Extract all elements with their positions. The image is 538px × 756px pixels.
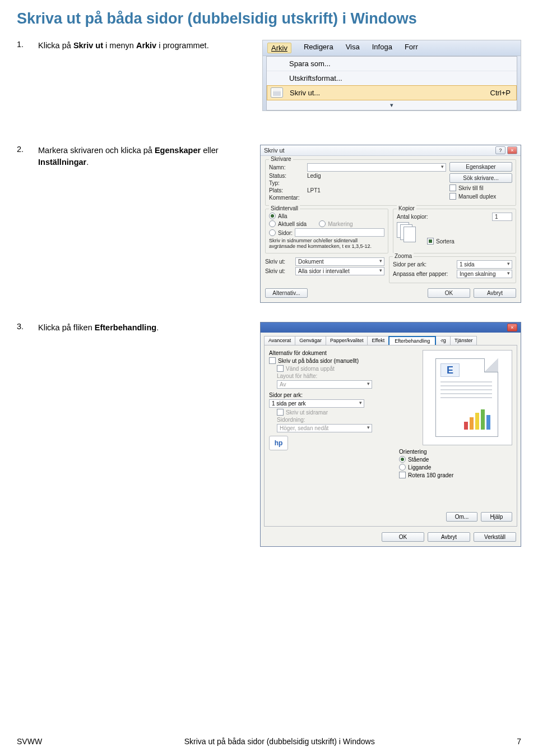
fig2-print-dialog: Skriv ut ? × Skrivare Namn: Status:Ledig…: [260, 145, 521, 303]
skrivut-select[interactable]: Dokument: [295, 257, 384, 266]
lbl-kommentar: Kommentar:: [269, 195, 305, 201]
tab-papper[interactable]: Papper/kvalitet: [326, 336, 368, 345]
tabs: Avancerat Genvägar Papper/kvalitet Effek…: [261, 333, 521, 345]
step1-text: Klicka på Skriv ut i menyn Arkiv i progr…: [38, 40, 251, 52]
lbl-skrivut2: Skriv ut:: [265, 268, 293, 274]
radio-aktuell-sida[interactable]: Aktuell sida: [269, 220, 307, 227]
group-kopior: Kopior: [397, 205, 416, 211]
menu-redigera[interactable]: Redigera: [304, 43, 333, 53]
avbryt-button[interactable]: Avbryt: [428, 532, 470, 542]
collate-icon: [397, 222, 421, 245]
tab-effekt[interactable]: Effekt: [367, 336, 389, 345]
val-status: Ledig: [307, 173, 321, 179]
preview-letter: E: [440, 363, 460, 377]
radio-liggande[interactable]: Liggande: [399, 464, 431, 471]
page-preview: E: [423, 350, 512, 445]
radio-sidor[interactable]: Sidor:: [269, 229, 293, 236]
menuitem-utskriftsformat[interactable]: Utskriftsformat...: [267, 71, 517, 85]
skrivut2-select[interactable]: Alla sidor i intervallet: [295, 267, 384, 275]
lbl-sidor-per-ark: Sidor per ark:: [393, 261, 454, 268]
vand-checkbox: Vänd sidorna uppåt: [277, 365, 335, 372]
layout-select: Av: [277, 380, 372, 389]
menu-arkiv[interactable]: Arkiv: [267, 43, 291, 53]
lbl-anpassa: Anpassa efter papper:: [393, 271, 454, 277]
step3-text: Klicka på fliken Efterbehandling.: [38, 322, 251, 334]
shortcut-label: Ctrl+P: [490, 89, 511, 97]
lbl-sidordning: Sidordning:: [277, 417, 305, 423]
sidordning-select: Höger, sedan nedåt: [277, 424, 372, 432]
hjalp-button[interactable]: Hjälp: [481, 512, 512, 522]
close-button[interactable]: ×: [507, 324, 517, 331]
fig1-menu: Arkiv Redigera Visa Infoga Forr Spara so…: [262, 40, 521, 111]
verkstall-button[interactable]: Verkställ: [474, 532, 516, 542]
rotera-checkbox[interactable]: Rotera 180 grader: [399, 472, 453, 478]
step3-number: 3.: [17, 322, 38, 331]
lbl-skrivut1: Skriv ut:: [265, 259, 293, 265]
arkiv-dropdown: Spara som... Utskriftsformat... Skriv ut…: [266, 56, 517, 110]
menu-infoga[interactable]: Infoga: [372, 43, 392, 53]
footer-page-number: 7: [517, 737, 521, 746]
grp-alternativ: Alternativ för dokument: [269, 350, 393, 356]
fig3-properties-dialog: × Avancerat Genvägar Papper/kvalitet Eff…: [260, 322, 521, 547]
dialog-title: Skriv ut: [264, 147, 285, 154]
help-button[interactable]: ?: [495, 146, 505, 154]
anpassa-select[interactable]: Ingen skalning: [457, 270, 512, 278]
radio-staende[interactable]: Stående: [399, 456, 429, 463]
alternativ-button[interactable]: Alternativ...: [265, 288, 308, 298]
tab-avancerat[interactable]: Avancerat: [264, 336, 295, 345]
lbl-sidor-per-ark: Sidor per ark:: [269, 392, 303, 398]
menubar: Arkiv Redigera Visa Infoga Forr: [263, 40, 521, 56]
sidramar-checkbox: Skriv ut sidramar: [277, 409, 328, 416]
page-title: Skriva ut på båda sidor (dubbelsidig uts…: [17, 10, 521, 27]
step1-number: 1.: [17, 40, 38, 49]
close-button[interactable]: ×: [507, 146, 517, 154]
bada-sidor-checkbox[interactable]: Skriv ut på båda sidor (manuellt): [269, 357, 359, 364]
sidor-input[interactable]: [295, 228, 384, 237]
page-footer: SVWW Skriva ut på båda sidor (dubbelsidi…: [17, 737, 521, 746]
tab-efterbehandling[interactable]: Efterbehandling: [388, 336, 436, 345]
preview-bars-icon: [464, 408, 495, 430]
lbl-status: Status:: [269, 173, 305, 179]
printer-icon: [271, 87, 283, 98]
sidor-hint: Skriv in sidnummer och/eller sidinterval…: [269, 238, 384, 250]
lbl-layout: Layout för häfte:: [277, 373, 317, 379]
step2-number: 2.: [17, 145, 38, 154]
lbl-antal-kopior: Antal kopior:: [397, 214, 428, 220]
step2-text: Markera skrivaren och klicka på Egenskap…: [38, 145, 251, 168]
menu-visa[interactable]: Visa: [346, 43, 360, 53]
egenskaper-button[interactable]: Egenskaper: [449, 162, 512, 172]
radio-markering: Markering: [319, 220, 353, 227]
expand-menu-icon[interactable]: ▾: [267, 100, 517, 110]
printer-name-select[interactable]: [307, 163, 446, 172]
tab-tjanster[interactable]: Tjänster: [450, 336, 477, 345]
menuitem-spara-som[interactable]: Spara som...: [267, 57, 517, 71]
sidor-per-ark-select[interactable]: 1 sida: [457, 260, 512, 269]
ok-button[interactable]: OK: [382, 532, 424, 542]
antal-kopior-input[interactable]: 1: [492, 213, 512, 221]
menuitem-skriv-ut[interactable]: Skriv ut... Ctrl+P: [267, 85, 517, 100]
lbl-plats: Plats:: [269, 187, 305, 193]
sok-skrivare-button[interactable]: Sök skrivare...: [449, 173, 512, 183]
tab-arg[interactable]: ·rg: [435, 336, 451, 345]
group-skrivare: Skrivare: [269, 156, 293, 162]
lbl-namn: Namn:: [269, 164, 305, 170]
avbryt-button[interactable]: Avbryt: [474, 288, 516, 298]
group-sidintervall: Sidintervall: [269, 205, 300, 211]
sortera-checkbox[interactable]: Sortera: [427, 238, 454, 245]
om-button[interactable]: Om...: [446, 512, 477, 522]
sidor-per-ark-select[interactable]: 1 sida per ark: [269, 399, 364, 408]
tab-genvagar[interactable]: Genvägar: [295, 336, 326, 345]
footer-left: SVWW: [17, 737, 42, 746]
manuell-duplex-checkbox[interactable]: Manuell duplex: [449, 193, 512, 200]
ok-button[interactable]: OK: [428, 288, 470, 298]
menu-forr[interactable]: Forr: [405, 43, 418, 53]
radio-alla[interactable]: Alla: [269, 213, 287, 219]
val-plats: LPT1: [307, 187, 321, 193]
skriv-till-fil-checkbox[interactable]: Skriv till fil: [449, 185, 512, 191]
hp-logo: hp: [269, 436, 288, 450]
group-zooma: Zooma: [393, 253, 414, 259]
lbl-typ: Typ:: [269, 180, 305, 186]
footer-mid: Skriva ut på båda sidor (dubbelsidig uts…: [42, 737, 517, 746]
grp-orientering: Orientering: [399, 449, 512, 455]
